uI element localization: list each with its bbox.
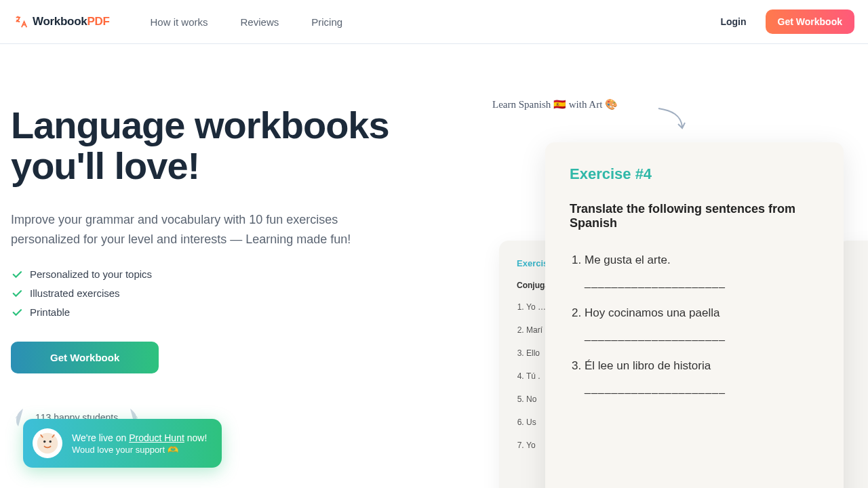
answer-blank: _____________________ (585, 382, 819, 394)
hero-left: Language workbooks you'll love! Improve … (11, 105, 431, 428)
svg-point-1 (43, 441, 45, 443)
hero-subtitle: Improve your grammar and vocabulary with… (11, 210, 370, 249)
answer-blank: _____________________ (585, 329, 819, 342)
answer-blank: _____________________ (585, 277, 819, 289)
get-workbook-button-header[interactable]: Get Workbook (766, 9, 854, 34)
translate-icon (14, 14, 28, 29)
arrow-icon (655, 105, 689, 132)
check-icon (11, 268, 23, 281)
exercise-instruction: Translate the following sentences from S… (570, 202, 819, 230)
product-hunt-icon (33, 428, 62, 458)
nav-pricing[interactable]: Pricing (311, 16, 342, 28)
product-hunt-toast[interactable]: We're live on Product Hunt now! Woud lov… (23, 419, 222, 468)
preview-card-front: Exercise #4 Translate the following sent… (545, 142, 844, 488)
exercise-list: Me gusta el arte. _____________________ … (585, 253, 819, 394)
logo-text: WorkbookPDF (33, 15, 110, 28)
feature-list: Personalized to your topics Illustrated … (11, 268, 431, 319)
handwritten-label: Learn Spanish 🇪🇸 with Art 🎨 (492, 98, 618, 110)
feature-item: Illustrated exercises (11, 287, 431, 300)
main-nav: How it works Reviews Pricing (151, 16, 343, 28)
toast-text: We're live on Product Hunt now! Woud lov… (72, 432, 207, 455)
get-workbook-button-hero[interactable]: Get Workbook (11, 342, 159, 373)
nav-how-it-works[interactable]: How it works (151, 16, 208, 28)
logo[interactable]: WorkbookPDF (14, 14, 110, 29)
list-item: Él lee un libro de historia ____________… (585, 359, 819, 394)
product-hunt-link[interactable]: Product Hunt (129, 432, 184, 443)
list-item: Hoy cocinamos una paella _______________… (585, 306, 819, 342)
toast-line2: Woud love your support 🫶 (72, 445, 207, 455)
svg-point-0 (37, 433, 58, 454)
check-icon (11, 287, 23, 300)
header: WorkbookPDF How it works Reviews Pricing… (0, 0, 868, 44)
feature-item: Personalized to your topics (11, 268, 431, 281)
check-icon (11, 306, 23, 319)
toast-line1: We're live on Product Hunt now! (72, 432, 207, 443)
feature-item: Printable (11, 306, 431, 319)
nav-reviews[interactable]: Reviews (241, 16, 279, 28)
login-link[interactable]: Login (720, 16, 746, 27)
svg-point-2 (50, 441, 52, 443)
hero-section: Language workbooks you'll love! Improve … (0, 44, 868, 428)
exercise-title: Exercise #4 (570, 165, 819, 183)
preview-area: Learn Spanish 🇪🇸 with Art 🎨 Exercise Con… (458, 105, 857, 428)
page-title: Language workbooks you'll love! (11, 105, 431, 187)
list-item: Me gusta el arte. _____________________ (585, 253, 819, 289)
